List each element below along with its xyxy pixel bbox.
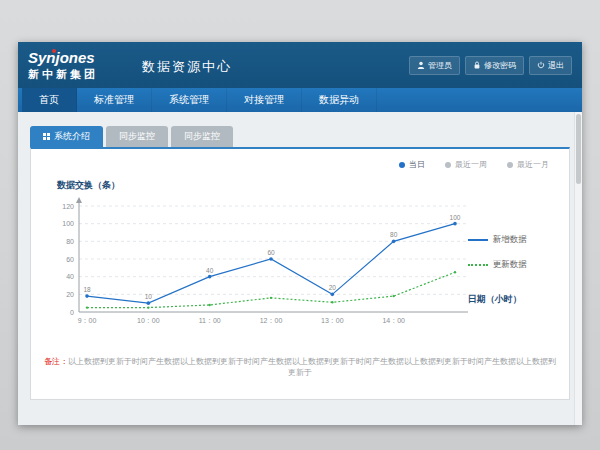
dotted-line-sample bbox=[468, 264, 488, 266]
lock-icon bbox=[473, 61, 481, 69]
nav-item-data-change[interactable]: 数据异动 bbox=[302, 88, 377, 112]
svg-text:12：00: 12：00 bbox=[260, 317, 283, 324]
remark-prefix: 备注： bbox=[44, 357, 68, 366]
legend-dot bbox=[399, 162, 405, 168]
line-chart: 0204060801001209：0010：0011：0012：0013：001… bbox=[49, 194, 468, 334]
legend-label: 最近一周 bbox=[455, 159, 487, 170]
change-password-button[interactable]: 修改密码 bbox=[465, 56, 524, 75]
svg-text:80: 80 bbox=[390, 231, 398, 238]
legend-item-last-month[interactable]: 最近一月 bbox=[507, 159, 549, 170]
svg-text:20: 20 bbox=[329, 284, 337, 291]
legend-item-today[interactable]: 当日 bbox=[399, 159, 425, 170]
svg-text:60: 60 bbox=[66, 256, 74, 263]
svg-text:11：00: 11：00 bbox=[199, 317, 221, 324]
brand-logo-chinese: 新中新集团 bbox=[28, 68, 132, 80]
change-password-label: 修改密码 bbox=[484, 60, 516, 71]
svg-text:18: 18 bbox=[83, 286, 91, 293]
tab-sync-monitor-2[interactable]: 同步监控 bbox=[171, 126, 233, 147]
scrollbar-thumb[interactable] bbox=[576, 114, 581, 184]
legend-dot bbox=[507, 162, 513, 168]
logout-button[interactable]: 退出 bbox=[529, 56, 572, 75]
svg-text:80: 80 bbox=[66, 238, 74, 245]
app-header: Synjones 新中新集团 数据资源中心 管理员 修改密码 bbox=[18, 42, 582, 88]
chart-row: 0204060801001209：0010：0011：0012：0013：001… bbox=[49, 194, 557, 334]
time-range-legend: 当日 最近一周 最近一月 bbox=[399, 159, 549, 170]
content-area: 系统介绍 同步监控 同步监控 当日 最近一周 bbox=[18, 112, 582, 425]
svg-text:20: 20 bbox=[66, 291, 74, 298]
svg-text:0: 0 bbox=[70, 309, 74, 316]
logout-label: 退出 bbox=[548, 60, 564, 71]
grid-icon bbox=[43, 133, 50, 140]
solid-line-sample bbox=[468, 239, 488, 241]
tab-sync-monitor-1[interactable]: 同步监控 bbox=[106, 126, 168, 147]
svg-text:100: 100 bbox=[62, 220, 74, 227]
svg-text:120: 120 bbox=[62, 203, 74, 210]
user-icon bbox=[417, 61, 425, 69]
series-legend-new-data: 新增数据 bbox=[468, 234, 557, 246]
svg-text:100: 100 bbox=[450, 214, 461, 221]
svg-text:10：00: 10：00 bbox=[137, 317, 160, 324]
app-window: Synjones 新中新集团 数据资源中心 管理员 修改密码 bbox=[18, 42, 582, 425]
desktop-background: Synjones 新中新集团 数据资源中心 管理员 修改密码 bbox=[0, 0, 600, 450]
nav-item-system-mgmt[interactable]: 系统管理 bbox=[152, 88, 227, 112]
main-nav: 首页 标准管理 系统管理 对接管理 数据异动 bbox=[18, 88, 582, 112]
chart-panel: 当日 最近一周 最近一月 数据交换（条） 0204060801001209：00… bbox=[30, 147, 570, 400]
legend-item-last-week[interactable]: 最近一周 bbox=[445, 159, 487, 170]
x-axis-title: 日期（小时） bbox=[468, 293, 557, 306]
series-label: 更新数据 bbox=[493, 259, 527, 271]
tab-label: 系统介绍 bbox=[54, 126, 90, 147]
nav-item-connect-mgmt[interactable]: 对接管理 bbox=[227, 88, 302, 112]
svg-text:13：00: 13：00 bbox=[321, 317, 344, 324]
tab-bar: 系统介绍 同步监控 同步监控 bbox=[30, 126, 570, 147]
tab-system-intro[interactable]: 系统介绍 bbox=[30, 126, 103, 147]
admin-user-button[interactable]: 管理员 bbox=[409, 56, 460, 75]
tab-label: 同步监控 bbox=[184, 126, 220, 147]
page-title: 数据资源中心 bbox=[142, 58, 232, 76]
remark-note: 备注：以上数据到更新于时间产生数据以上数据到更新于时间产生数据以上数据到更新于时… bbox=[43, 356, 557, 378]
brand-logo: Synjones 新中新集团 bbox=[28, 50, 132, 80]
power-icon bbox=[537, 61, 545, 69]
series-legend-update-data: 更新数据 bbox=[468, 259, 557, 271]
legend-label: 最近一月 bbox=[517, 159, 549, 170]
svg-text:14：00: 14：00 bbox=[382, 317, 405, 324]
y-axis-title: 数据交换（条） bbox=[57, 179, 557, 192]
window-scrollbar[interactable] bbox=[574, 112, 582, 425]
legend-label: 当日 bbox=[409, 159, 425, 170]
nav-item-standard-mgmt[interactable]: 标准管理 bbox=[77, 88, 152, 112]
remark-text: 以上数据到更新于时间产生数据以上数据到更新于时间产生数据以上数据到更新于时间产生… bbox=[68, 357, 556, 377]
header-actions: 管理员 修改密码 退出 bbox=[404, 56, 572, 75]
brand-logo-text: Synjones bbox=[28, 50, 132, 67]
legend-dot bbox=[445, 162, 451, 168]
series-label: 新增数据 bbox=[493, 234, 527, 246]
svg-text:40: 40 bbox=[206, 267, 214, 274]
svg-text:40: 40 bbox=[66, 273, 74, 280]
admin-user-label: 管理员 bbox=[428, 60, 452, 71]
svg-text:9：00: 9：00 bbox=[78, 317, 97, 324]
svg-text:10: 10 bbox=[145, 293, 153, 300]
nav-item-home[interactable]: 首页 bbox=[22, 88, 77, 112]
tab-label: 同步监控 bbox=[119, 126, 155, 147]
series-legend: 新增数据 更新数据 日期（小时） bbox=[468, 194, 557, 334]
svg-text:60: 60 bbox=[267, 249, 275, 256]
